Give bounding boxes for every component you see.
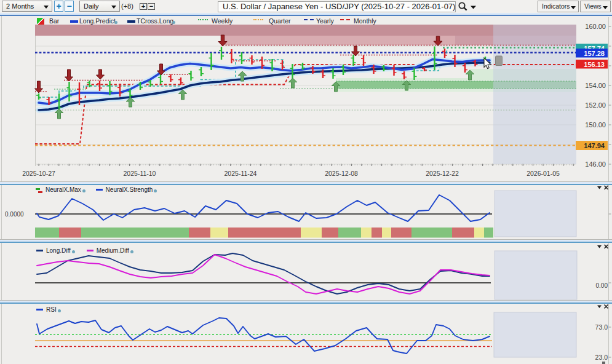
svg-text:156.13: 156.13 bbox=[584, 61, 605, 68]
svg-text:150.00: 150.00 bbox=[585, 121, 606, 129]
svg-text:160.00: 160.00 bbox=[585, 23, 606, 30]
svg-text:2025-12-08: 2025-12-08 bbox=[325, 170, 358, 177]
svg-text:2025-10-27: 2025-10-27 bbox=[22, 170, 55, 177]
svg-text:23.0: 23.0 bbox=[595, 354, 608, 361]
svg-text:147.94: 147.94 bbox=[584, 142, 605, 149]
svg-text:0.0000: 0.0000 bbox=[5, 211, 24, 218]
svg-text:2025-11-10: 2025-11-10 bbox=[124, 170, 156, 177]
svg-text:0.00: 0.00 bbox=[596, 282, 608, 289]
svg-text:2025-12-22: 2025-12-22 bbox=[426, 170, 459, 177]
svg-text:73.0: 73.0 bbox=[595, 323, 608, 331]
svg-text:2026-01-05: 2026-01-05 bbox=[527, 170, 560, 177]
svg-text:152.00: 152.00 bbox=[585, 101, 606, 109]
svg-text:157.28: 157.28 bbox=[584, 50, 605, 57]
svg-text:2025-11-24: 2025-11-24 bbox=[225, 170, 257, 177]
svg-text:154.00: 154.00 bbox=[585, 82, 606, 89]
svg-text:146.00: 146.00 bbox=[585, 160, 606, 168]
